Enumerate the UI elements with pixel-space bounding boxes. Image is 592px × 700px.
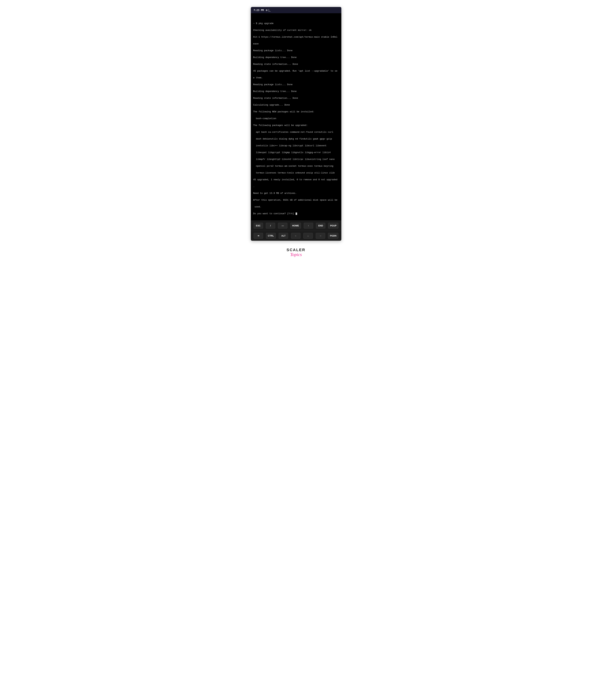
terminal-line: Reading package lists... Done: [253, 49, 339, 52]
left-key[interactable]: ←: [291, 233, 300, 239]
terminal-line: After this operation, 6631 kB of additio…: [253, 198, 339, 202]
terminal-line: Hit:1 https://termux.librehat.com/apt/te…: [253, 35, 339, 39]
terminal-cursor: [296, 213, 297, 215]
terminal-line: 45 packages can be upgraded. Run 'apt li…: [253, 69, 339, 73]
terminal-body[interactable]: ~ $ pkg upgrade Checking availability of…: [251, 13, 341, 221]
home-key[interactable]: HOME: [290, 223, 301, 229]
esc-key[interactable]: ESC: [254, 223, 263, 229]
terminal-line: The following NEW packages will be insta…: [253, 110, 339, 113]
terminal-line: Reading state information... Done: [253, 96, 339, 100]
terminal-line: used.: [253, 205, 339, 209]
phone-container: 7:23 PM ⊕ )_ ~ $ pkg upgrade Checking av…: [251, 7, 341, 241]
terminal-line: Need to get 13.9 MB of archives.: [253, 192, 339, 195]
terminal-line: ~ $ pkg upgrade: [253, 22, 339, 25]
down-key[interactable]: ↓: [303, 233, 313, 239]
terminal-line: Do you want to continue? [Y/n]: [253, 212, 339, 216]
terminal-line: Building dependency tree... Done: [253, 90, 339, 93]
terminal-line: .: [253, 185, 339, 188]
dash-key[interactable]: —: [278, 223, 287, 229]
status-icons: ⊕ )_: [265, 9, 270, 11]
brand-topics: Topics: [290, 252, 302, 257]
terminal-line: termux-licenses termux-tools unbound unz…: [253, 171, 339, 175]
alt-key[interactable]: ALT: [279, 233, 288, 239]
brand-scaler: SCALER: [287, 248, 305, 252]
terminal-line: The following packages will be upgraded:: [253, 124, 339, 127]
terminal-line: Reading package lists... Done: [253, 83, 339, 86]
status-bar: 7:23 PM ⊕ )_: [251, 7, 341, 13]
slash-key[interactable]: /: [266, 223, 275, 229]
terminal-line: Reading state information... Done: [253, 62, 339, 66]
status-time: 7:23 PM: [254, 9, 264, 11]
terminal-line: libexpat libgcrypt libgmp libgnutls libg…: [253, 151, 339, 154]
terminal-line: apt bash ca-certificates command-not-fou…: [253, 131, 339, 134]
terminal-line: ease: [253, 42, 339, 46]
terminal-line: Checking availability of current mirror:…: [253, 29, 339, 32]
terminal-line: inetutils libc++ libcap-ng libcrypt libc…: [253, 144, 339, 147]
terminal-line: bash-completion: [253, 117, 339, 120]
terminal-line: openssl pcre2 termux-am-socket termux-ex…: [253, 165, 339, 168]
right-key[interactable]: →: [316, 233, 325, 239]
terminal-line: Building dependency tree... Done: [253, 56, 339, 59]
terminal-line: 45 upgraded, 1 newly installed, 0 to rem…: [253, 178, 339, 182]
keyboard-row-1: ESC/—HOME↑ENDPGUP: [251, 221, 341, 231]
terminal-line: libmpfr libnghttp2 libssh2 libtirpc libu…: [253, 158, 339, 161]
end-key[interactable]: END: [316, 223, 325, 229]
terminal-line: Calculating upgrade... Done: [253, 103, 339, 107]
pgup-key[interactable]: PGUP: [328, 223, 338, 229]
ctrl-key[interactable]: CTRL: [266, 233, 276, 239]
terminal-line: e them.: [253, 76, 339, 80]
brand-container: SCALER Topics: [287, 248, 305, 257]
keyboard-row-2: ⇥CTRLALT←↓→PGDN: [251, 231, 341, 241]
up-key[interactable]: ↑: [304, 223, 313, 229]
pgdn-key[interactable]: PGDN: [328, 233, 338, 239]
terminal-line: dash debianutils dialog dpkg ed findutil…: [253, 137, 339, 141]
tab-key[interactable]: ⇥: [254, 233, 263, 239]
